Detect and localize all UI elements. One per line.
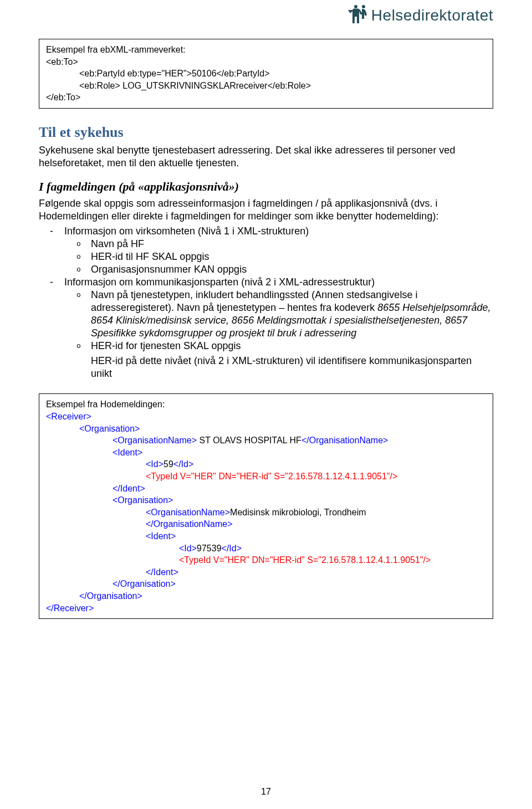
list-item-text-continuation: HER-id på dette nivået (nivå 2 i XML-str… [91, 355, 493, 380]
page-number: 17 [0, 787, 532, 797]
code-line: </eb:To> [46, 91, 486, 104]
code-line: <Receiver> [46, 411, 486, 423]
list-item-text: Informasjon om kommunikasjonsparten (niv… [64, 277, 375, 288]
code-line: </Receiver> [46, 602, 486, 615]
code-line: <TypeId V="HER" DN="HER-id" S="2.16.578.… [46, 470, 486, 483]
code-line: </OrganisationName> [46, 518, 486, 530]
list-item: HER-id for tjenesten SKAL oppgis HER-id … [91, 340, 493, 380]
example-hodemelding-box: Eksempel fra Hodemeldingen: <Receiver> <… [39, 393, 493, 619]
list-item: Navn på HF [91, 238, 493, 250]
code-box-title: Eksempel fra ebXML-rammeverket: [46, 44, 486, 56]
code-line: <Id>97539</Id> [46, 542, 486, 555]
list-item-text-pre: Navn på tjenestetypen, inkludert behandl… [91, 289, 417, 313]
requirements-list: Informasjon om virksomheten (Nivå 1 i XM… [39, 225, 493, 380]
svg-point-1 [362, 5, 365, 8]
paragraph: Følgende skal oppgis som adresseinformas… [39, 197, 493, 223]
brand-logo: Helsedirektoratet [346, 4, 493, 27]
example-ebxml-box: Eksempel fra ebXML-rammeverket: <eb:To> … [39, 39, 493, 109]
code-box-title: Eksempel fra Hodemeldingen: [46, 398, 486, 411]
brand-logo-text: Helsedirektoratet [371, 7, 493, 24]
code-line: <eb:To> [46, 56, 486, 68]
subsection-heading: I fagmeldingen (på «applikasjonsnivå») [39, 180, 493, 194]
paragraph: Sykehusene skal benytte tjenestebasert a… [39, 144, 493, 170]
code-line: </Organisation> [46, 590, 486, 602]
code-line: <TypeId V="HER" DN="HER-id" S="2.16.578.… [46, 554, 486, 566]
svg-point-0 [354, 5, 357, 8]
code-line: <Organisation> [46, 423, 486, 435]
section-heading: Til et sykehus [39, 124, 493, 141]
list-item: Informasjon om virksomheten (Nivå 1 i XM… [64, 225, 493, 276]
code-line: <OrganisationName> ST OLAVS HOSPITAL HF<… [46, 434, 486, 447]
list-item: Organisasjonsnummer KAN oppgis [91, 263, 493, 276]
code-line: <OrganisationName>Medisinsk mikrobiologi… [46, 506, 486, 519]
list-item-text: HER-id for tjenesten SKAL oppgis [91, 340, 241, 351]
list-item: Navn på tjenestetypen, inkludert behandl… [91, 289, 493, 340]
code-line: </Organisation> [46, 578, 486, 590]
code-line: <Id>59</Id> [46, 458, 486, 470]
code-line: <Organisation> [46, 494, 486, 506]
code-line: <eb:PartyId eb:type="HER">50106</eb:Part… [46, 68, 486, 80]
list-item: HER-id til HF SKAL oppgis [91, 250, 493, 263]
list-item: Informasjon om kommunikasjonsparten (niv… [64, 276, 493, 380]
list-item-text: Informasjon om virksomheten (Nivå 1 i XM… [64, 226, 309, 237]
code-line: <Ident> [46, 447, 486, 459]
code-line: </Ident> [46, 566, 486, 578]
code-line: <eb:Role> LOG_UTSKRIVNINGSKLARreceiver</… [46, 80, 486, 92]
code-line: </Ident> [46, 483, 486, 495]
logo-figure-icon [346, 4, 368, 27]
code-line: <Ident> [46, 530, 486, 542]
